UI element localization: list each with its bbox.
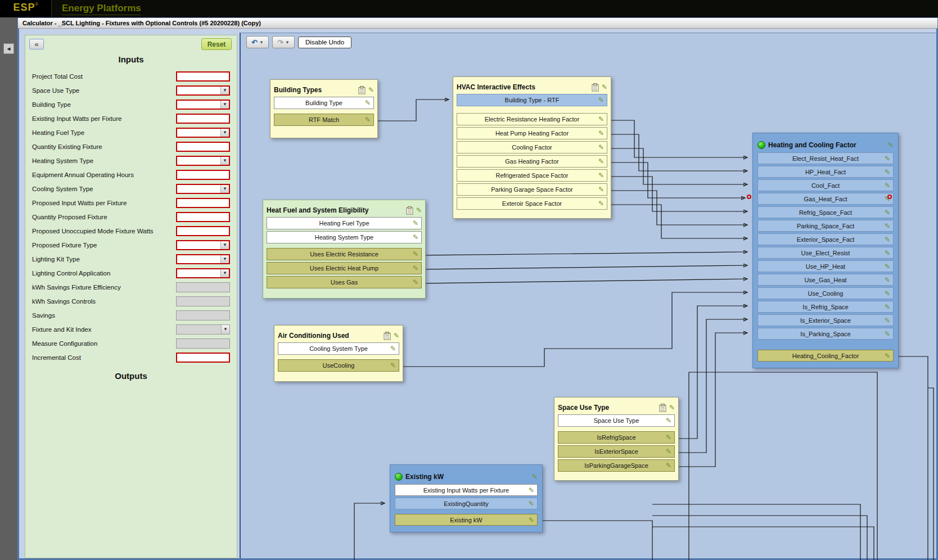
edit-icon[interactable]: ✎ — [885, 317, 890, 324]
node-building-types[interactable]: Building Types ✎ Building Type✎RTF Match… — [270, 79, 378, 138]
clipboard-icon[interactable] — [406, 206, 413, 215]
collapse-panel-button[interactable]: « — [29, 39, 44, 49]
edit-icon[interactable]: ✎ — [413, 265, 418, 272]
edit-icon[interactable]: ✎ — [669, 404, 675, 411]
node-heat-fuel-and-system-eligibility[interactable]: Heat Fuel and System Eligibility ✎ Heati… — [263, 200, 426, 299]
node-row-heating-cooling-factor[interactable]: Heating_Cooling_Factor✎ — [757, 350, 894, 362]
edit-icon[interactable]: ✎ — [390, 362, 396, 369]
node-row-usecooling[interactable]: UseCooling✎ — [278, 359, 399, 372]
edit-icon[interactable]: ✎ — [885, 236, 890, 243]
cooling-system-type-select[interactable]: ▼ — [176, 184, 230, 194]
node-row-space-use-type[interactable]: Space Use Type✎ — [558, 414, 675, 427]
node-row-electric-resistance-heating-factor[interactable]: Electric Resistance Heating Factor✎ — [457, 113, 607, 125]
node-existing-kw[interactable]: Existing kW ✎ Existing Input Watts per F… — [390, 464, 543, 532]
node-row-heat-pump-heating-factor[interactable]: Heat Pump Heating Factor✎ — [457, 127, 607, 139]
edit-icon[interactable]: ✎ — [888, 142, 894, 148]
edit-icon[interactable]: ✎ — [529, 517, 534, 523]
node-row-hp-heat-fact[interactable]: HP_Heat_Fact✎ — [757, 166, 894, 178]
edit-icon[interactable]: ✎ — [368, 87, 374, 93]
node-row-cool-fact[interactable]: Cool_Fact✎ — [757, 179, 894, 191]
node-row-elect-resist-heat-fact[interactable]: Elect_Resist_Heat_Fact✎ — [757, 152, 894, 164]
node-row-exterior-space-fact[interactable]: Exterior_Space_Fact✎ — [757, 233, 894, 245]
quantity-proposed-fixture-input[interactable] — [176, 212, 230, 222]
node-row-existing-input-watts-per-fixture[interactable]: Existing Input Watts per Fixture✎ — [395, 484, 538, 496]
node-air-conditioning-used[interactable]: Air Conditioning Used ✎ Cooling System T… — [274, 325, 403, 382]
node-row-use-gas-heat[interactable]: Use_Gas_Heat✎ — [757, 274, 894, 286]
proposed-unoccupied-mode-fixture-watts-input[interactable] — [176, 226, 230, 236]
edit-icon[interactable]: ✎ — [529, 500, 534, 507]
node-row-isrefrigspace[interactable]: IsRefrigSpace✎ — [558, 431, 675, 444]
edit-icon[interactable]: ✎ — [598, 186, 604, 193]
edit-icon[interactable]: ✎ — [413, 279, 418, 286]
node-row-uses-electric-heat-pump[interactable]: Uses Electric Heat Pump✎ — [267, 262, 422, 274]
node-row-isparkinggaragespace[interactable]: IsParkingGarageSpace✎ — [558, 459, 675, 472]
edit-icon[interactable]: ✎ — [598, 144, 604, 151]
node-row-isexteriorspace[interactable]: IsExteriorSpace✎ — [558, 445, 675, 458]
reset-button[interactable]: Reset — [201, 38, 232, 50]
edit-icon[interactable]: ✎ — [666, 417, 671, 424]
edit-icon[interactable]: ✎ — [666, 434, 671, 441]
node-row-building-type-rtf[interactable]: Building Type - RTF✎ — [457, 94, 607, 106]
redo-button[interactable]: ↷ ▼ — [272, 36, 295, 48]
edit-icon[interactable]: ✎ — [885, 155, 890, 162]
lighting-kit-type-select[interactable]: ▼ — [176, 254, 230, 264]
heating-fuel-type-select[interactable]: ▼ — [176, 128, 230, 138]
edit-icon[interactable]: ✎ — [666, 462, 671, 469]
edit-icon[interactable]: ✎ — [390, 345, 396, 352]
node-row-is-parking-space[interactable]: Is_Parking_Space✎ — [757, 328, 894, 340]
edit-icon[interactable]: ✎ — [365, 100, 371, 106]
edit-icon[interactable]: ✎ — [598, 130, 604, 137]
edit-icon[interactable]: ✎ — [532, 473, 538, 480]
clipboard-icon[interactable] — [384, 332, 391, 340]
node-row-use-elect-resist[interactable]: Use_Elect_Resist✎ — [757, 247, 894, 259]
node-row-parking-space-fact[interactable]: Parking_Space_Fact✎ — [757, 220, 894, 232]
edit-icon[interactable]: ✎ — [602, 84, 607, 91]
node-row-uses-gas[interactable]: Uses Gas✎ — [267, 276, 422, 288]
node-heating-and-cooling-factor[interactable]: Heating and Cooling Factor ✎ Elect_Resis… — [752, 133, 899, 368]
edit-icon[interactable]: ✎ — [885, 304, 890, 310]
edit-icon[interactable]: ✎ — [885, 353, 890, 359]
clipboard-icon[interactable] — [358, 86, 366, 94]
window-titlebar[interactable]: Calculator - _SCL Lighting - Fixtures wi… — [18, 18, 937, 29]
node-row-is-exterior-space[interactable]: Is_Exterior_Space✎ — [757, 314, 894, 326]
edit-icon[interactable]: ✎ — [885, 263, 890, 270]
edit-icon[interactable]: ✎ — [885, 277, 890, 283]
node-row-building-type[interactable]: Building Type✎ — [274, 97, 374, 109]
building-type-select[interactable]: ▼ — [176, 100, 230, 110]
edit-icon[interactable]: ✎ — [885, 223, 890, 229]
node-row-heating-system-type[interactable]: Heating System Type✎ — [267, 231, 422, 243]
node-row-uses-electric-resistance[interactable]: Uses Electric Resistance✎ — [267, 248, 422, 260]
node-row-use-cooling[interactable]: Use_Cooling✎ — [757, 287, 894, 299]
edit-icon[interactable]: ✎ — [413, 220, 418, 227]
node-row-refrigerated-space-factor[interactable]: Refrigerated Space Factor✎ — [457, 169, 607, 182]
heating-system-type-select[interactable]: ▼ — [176, 156, 230, 166]
node-row-gas-heating-factor[interactable]: Gas Heating Factor✎ — [457, 155, 607, 168]
edit-icon[interactable]: ✎ — [598, 158, 604, 165]
edit-icon[interactable]: ✎ — [529, 487, 534, 494]
edit-icon[interactable]: ✎ — [413, 234, 418, 241]
project-total-cost-input[interactable] — [176, 71, 230, 82]
clipboard-icon[interactable] — [659, 404, 666, 412]
collapse-sidebar-button[interactable]: ◄ — [3, 43, 14, 54]
edit-icon[interactable]: ✎ — [885, 250, 890, 256]
proposed-fixture-type-select[interactable]: ▼ — [176, 240, 230, 250]
edit-icon[interactable]: ✎ — [666, 448, 671, 455]
node-row-heating-fuel-type[interactable]: Heating Fuel Type✎ — [267, 217, 422, 229]
clipboard-icon[interactable] — [592, 83, 599, 92]
node-row-gas-heat-fact[interactable]: Gas_Heat_Fact✎ — [757, 193, 894, 205]
node-hvac-interactive-effects[interactable]: HVAC Interactive Effects ✎ Building Type… — [453, 76, 611, 219]
existing-input-watts-per-fixture-input[interactable] — [176, 114, 230, 124]
incremental-cost-input[interactable] — [176, 353, 230, 363]
node-row-exteroir-space-factor[interactable]: Exteroir Space Factor✎ — [457, 197, 607, 210]
edit-icon[interactable]: ✎ — [394, 332, 399, 339]
edit-icon[interactable]: ✎ — [598, 97, 604, 103]
node-row-parking-garage-space-factor[interactable]: Parking Garage Space Factor✎ — [457, 183, 607, 196]
node-row-cooling-factor[interactable]: Cooling Factor✎ — [457, 141, 607, 153]
node-space-use-type[interactable]: Space Use Type ✎ Space Use Type✎IsRefrig… — [554, 397, 679, 481]
edit-icon[interactable]: ✎ — [598, 116, 604, 123]
node-row-rtf-match[interactable]: RTF Match✎ — [274, 114, 374, 126]
edit-icon[interactable]: ✎ — [598, 172, 604, 179]
space-use-type-select[interactable]: ▼ — [176, 85, 230, 96]
edit-icon[interactable]: ✎ — [885, 209, 890, 216]
edit-icon[interactable]: ✎ — [598, 200, 604, 207]
